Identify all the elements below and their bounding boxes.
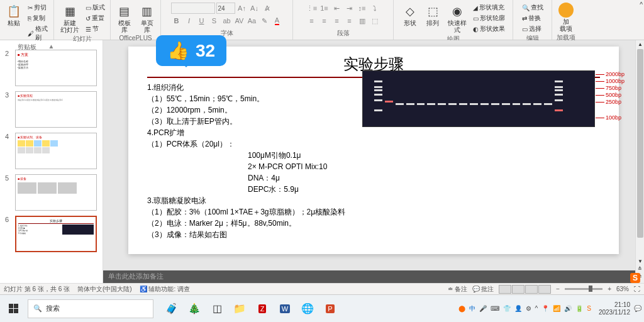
italic-button[interactable]: I bbox=[184, 15, 195, 26]
tray-keyboard-icon[interactable]: ⌨ bbox=[491, 305, 499, 312]
numbering-button[interactable]: 1≡ bbox=[319, 3, 330, 14]
bold-button[interactable]: B bbox=[171, 15, 182, 26]
collapse-ribbon-button[interactable]: ^ bbox=[640, 1, 643, 8]
slide-thumbnails-panel: ▲ 2■ 方案•项目名称•实验原理•实验方法 3■ 实验流程实验流程内容文本描述… bbox=[0, 40, 103, 283]
tray-shirt-icon[interactable]: 👕 bbox=[503, 305, 511, 312]
template-button[interactable]: ▤模板库 bbox=[114, 3, 135, 35]
spacing-button[interactable]: AV bbox=[234, 15, 245, 26]
notes-toggle[interactable]: ≐ 备注 bbox=[448, 285, 467, 294]
tray-ime-lang[interactable]: 中 bbox=[469, 304, 475, 313]
tray-clock[interactable]: 21:102023/11/12 bbox=[599, 301, 630, 316]
indent-right-button[interactable]: ⇥ bbox=[344, 3, 355, 14]
paste-button[interactable]: 📋粘贴 bbox=[4, 3, 24, 28]
tray-gear-icon[interactable]: ⚙ bbox=[526, 305, 531, 312]
bullets-button[interactable]: ⋮≡ bbox=[306, 3, 318, 14]
shape-effect-button[interactable]: ◐ 形状效果 bbox=[472, 24, 506, 34]
addins-button[interactable]: 加 载项 bbox=[556, 1, 576, 33]
align-center-button[interactable]: ≡ bbox=[319, 15, 330, 26]
copy-button[interactable]: ⎘ 复制 bbox=[26, 13, 50, 23]
paragraph-label: 段落 bbox=[337, 29, 350, 38]
indent-left-button[interactable]: ⇤ bbox=[331, 3, 343, 14]
zoom-in-button[interactable]: + bbox=[608, 286, 611, 292]
case-button[interactable]: Aa bbox=[247, 15, 258, 26]
taskbar-search[interactable]: 🔍搜索 bbox=[28, 299, 153, 318]
line-spacing-button[interactable]: ↕≡ bbox=[357, 3, 368, 14]
new-slide-button[interactable]: ▦新建 幻灯片 bbox=[58, 3, 82, 35]
justify-button[interactable]: ≡ bbox=[344, 15, 355, 26]
ribbon: 📋粘贴 ✂ 剪切 ⎘ 复制 🖌 格式刷 剪贴板 ▦新建 幻灯片 ▭ 版式 ↺ 重… bbox=[0, 0, 644, 40]
smartart-button[interactable]: ⬚ bbox=[369, 15, 380, 26]
thumbnail-5[interactable]: 5■ 设备 bbox=[5, 174, 97, 211]
find-button[interactable]: 🔍 查找 bbox=[521, 3, 545, 13]
current-slide[interactable]: 实验步骤 1.组织消化 （1）55℃，15min；95℃，5min。 （2）12… bbox=[128, 47, 619, 254]
tray-location-icon[interactable]: 📍 bbox=[541, 305, 549, 312]
app-word[interactable]: W bbox=[274, 299, 296, 319]
language-status[interactable]: 简体中文(中国大陆) bbox=[77, 285, 132, 294]
shadow-button[interactable]: ab bbox=[221, 15, 233, 26]
zoom-level[interactable]: 63% bbox=[616, 286, 629, 292]
tray-wifi-icon[interactable]: 📶 bbox=[553, 305, 560, 312]
shapes-button[interactable]: ◇形状 bbox=[400, 3, 420, 28]
layout-button[interactable]: ▭ 版式 bbox=[84, 3, 106, 13]
thumbnail-2[interactable]: 2■ 方案•项目名称•实验原理•实验方法 bbox=[5, 50, 97, 86]
columns-button[interactable]: ▥ bbox=[357, 15, 368, 26]
align-left-button[interactable]: ≡ bbox=[306, 15, 318, 26]
zoom-slider[interactable] bbox=[565, 288, 602, 290]
arrange-button[interactable]: ⬚排列 bbox=[423, 3, 443, 28]
align-right-button[interactable]: ≡ bbox=[331, 15, 343, 26]
tray-notifications-icon[interactable]: 💬 bbox=[634, 305, 641, 312]
app-tree[interactable]: 🎄 bbox=[184, 299, 205, 319]
tray-expand-icon[interactable]: ^ bbox=[535, 305, 538, 312]
app-zotero[interactable]: Z bbox=[252, 299, 273, 319]
svg-rect-2 bbox=[9, 309, 13, 313]
tray-volume-icon[interactable]: 🔊 bbox=[564, 305, 572, 312]
replace-button[interactable]: ⇄ 替换 bbox=[521, 13, 545, 23]
start-button[interactable] bbox=[3, 299, 25, 319]
increase-font-button[interactable]: A↑ bbox=[236, 3, 248, 14]
shape-outline-button[interactable]: ▭ 形状轮廓 bbox=[472, 13, 506, 23]
ime-badge[interactable]: S bbox=[630, 273, 640, 283]
highlight-button[interactable]: ✎ bbox=[259, 15, 270, 26]
slides-label: 幻灯片 bbox=[73, 35, 92, 44]
zoom-out-button[interactable]: − bbox=[556, 286, 560, 292]
app-explorer[interactable]: 📁 bbox=[229, 299, 250, 319]
slide-counter: 幻灯片 第 6 张，共 6 张 bbox=[4, 285, 70, 294]
accessibility-status[interactable]: ♿ 辅助功能: 调查 bbox=[140, 285, 190, 294]
strike-button[interactable]: S bbox=[209, 15, 220, 26]
thumbnail-6[interactable]: 6实验步骤1.组织消化(1)55℃4.PCR扩增3.琼脂糖 bbox=[5, 216, 97, 252]
vertical-scrollbar[interactable]: ▲ ▼ ≜ ≜ bbox=[635, 40, 644, 283]
singlepage-button[interactable]: ▥单页库 bbox=[137, 3, 157, 35]
tray-sogou2-icon[interactable]: S bbox=[587, 305, 591, 312]
decrease-font-button[interactable]: A↓ bbox=[249, 3, 260, 14]
font-size-input[interactable] bbox=[216, 3, 235, 14]
status-bar: 幻灯片 第 6 张，共 6 张 简体中文(中国大陆) ♿ 辅助功能: 调查 ≐ … bbox=[0, 283, 644, 294]
section-button[interactable]: ☰ 节 bbox=[84, 24, 106, 34]
task-view-button[interactable]: ◫ bbox=[206, 299, 228, 319]
thumbnail-3[interactable]: 3■ 实验流程实验流程内容文本描述实验流程内容文本描述实验流程 bbox=[5, 91, 97, 128]
fit-button[interactable]: ⛶ bbox=[634, 286, 640, 292]
app-luggage[interactable]: 🧳 bbox=[161, 299, 182, 319]
select-button[interactable]: ▭ 选择 bbox=[521, 24, 545, 34]
tray-mic-icon[interactable]: 🎤 bbox=[479, 305, 487, 312]
tray-person-icon[interactable]: 👤 bbox=[514, 305, 522, 312]
like-badge[interactable]: 👍 32 bbox=[156, 35, 226, 66]
view-buttons[interactable] bbox=[499, 285, 551, 294]
gel-image: 2000bp 1000bp 750bp 500bp 250bp 100bp bbox=[362, 70, 595, 127]
font-family-input[interactable] bbox=[171, 3, 215, 14]
thumbnail-4[interactable]: 4■ 实验试剂、设备 bbox=[5, 133, 97, 169]
app-powerpoint[interactable]: P bbox=[319, 299, 341, 319]
tray-battery-icon[interactable]: 🔋 bbox=[575, 305, 583, 312]
text-direction-button[interactable]: ⤵ bbox=[369, 3, 380, 14]
app-edge[interactable]: 🌐 bbox=[297, 299, 318, 319]
underline-button[interactable]: U bbox=[196, 15, 208, 26]
format-painter-button[interactable]: 🖌 格式刷 bbox=[26, 24, 50, 43]
quickstyle-button[interactable]: ◉快速样 式 bbox=[445, 3, 469, 35]
cut-button[interactable]: ✂ 剪切 bbox=[26, 3, 50, 13]
shape-fill-button[interactable]: ◢ 形状填充 bbox=[472, 3, 506, 13]
clear-format-button[interactable]: A̷ bbox=[262, 3, 273, 14]
comments-toggle[interactable]: 💬 批注 bbox=[472, 285, 494, 294]
notes-pane[interactable]: 单击此处添加备注 bbox=[103, 270, 644, 283]
reset-button[interactable]: ↺ 重置 bbox=[84, 13, 106, 23]
tray-sogou-icon[interactable]: ⬤ bbox=[458, 305, 465, 312]
font-color-button[interactable]: A bbox=[272, 15, 283, 26]
